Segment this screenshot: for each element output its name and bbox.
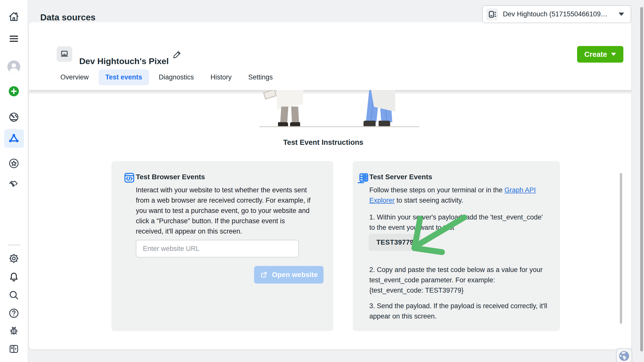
tab-overview[interactable]: Overview bbox=[60, 73, 89, 81]
chevron-down-icon bbox=[611, 53, 616, 56]
report-bug-icon[interactable] bbox=[8, 325, 19, 336]
open-website-button[interactable]: Open website bbox=[254, 266, 324, 284]
browser-card-body: Interact with your website to test wheth… bbox=[136, 185, 312, 237]
browser-card-title: Test Browser Events bbox=[136, 173, 205, 181]
website-url-input[interactable] bbox=[136, 240, 299, 257]
people-illustration bbox=[29, 90, 631, 128]
server-card-step1: 1. Within your server's payload, add the… bbox=[369, 212, 548, 233]
create-plus-icon[interactable] bbox=[8, 85, 20, 97]
browser-code-icon bbox=[123, 172, 135, 185]
content-scrollbar-thumb[interactable] bbox=[620, 173, 622, 324]
pixel-tabs: Overview Test events Diagnostics History… bbox=[60, 69, 273, 86]
chevron-down-icon bbox=[619, 13, 624, 16]
page-title: Data sources bbox=[40, 12, 96, 22]
test-event-code-badge[interactable]: TEST39779 bbox=[369, 234, 421, 251]
tab-history[interactable]: History bbox=[211, 73, 232, 81]
server-card-title: Test Server Events bbox=[369, 173, 432, 181]
business-selector-label: Dev Hightouch (5171550466109… bbox=[503, 10, 608, 18]
business-portfolio-icon bbox=[486, 8, 498, 20]
test-browser-events-card: Test Browser Events Interact with your w… bbox=[111, 161, 333, 331]
partners-handshake-icon[interactable] bbox=[8, 178, 19, 189]
create-button[interactable]: Create bbox=[577, 46, 623, 63]
overview-gauge-icon[interactable] bbox=[8, 112, 19, 123]
home-icon[interactable] bbox=[8, 11, 19, 22]
tab-test-events[interactable]: Test events bbox=[99, 69, 149, 85]
scroll-shadow bbox=[29, 90, 631, 95]
settings-gear-icon[interactable] bbox=[8, 253, 19, 264]
pixel-laptop-icon bbox=[57, 46, 72, 62]
test-server-events-card: Test Server Events Follow these steps on… bbox=[353, 161, 560, 331]
menu-icon[interactable] bbox=[8, 33, 19, 44]
sidebar-divider bbox=[8, 245, 21, 245]
events-star-icon[interactable] bbox=[8, 158, 19, 169]
business-selector-dropdown[interactable]: Dev Hightouch (5171550466109… bbox=[482, 5, 631, 23]
server-card-intro: Follow these steps on your terminal or i… bbox=[369, 185, 545, 206]
server-card-step2: 2. Copy and paste the test code below as… bbox=[369, 265, 548, 296]
collapse-panel-icon[interactable] bbox=[8, 343, 19, 354]
instructions-heading: Test Event Instructions bbox=[29, 138, 618, 147]
globe-icon bbox=[619, 350, 630, 361]
open-website-label: Open website bbox=[272, 271, 318, 279]
data-sources-icon[interactable] bbox=[8, 133, 20, 144]
help-icon[interactable] bbox=[8, 308, 19, 319]
pixel-asset-card: Dev Hightouch's Pixel Create Overview Te… bbox=[29, 22, 631, 349]
search-icon[interactable] bbox=[8, 290, 19, 301]
test-events-content: Test Event Instructions Test Browser Eve… bbox=[29, 90, 631, 349]
edit-pencil-icon[interactable] bbox=[172, 49, 182, 60]
language-globe-button[interactable] bbox=[616, 348, 632, 362]
tab-diagnostics[interactable]: Diagnostics bbox=[159, 73, 194, 81]
external-link-icon bbox=[260, 271, 268, 279]
left-navigation-rail bbox=[0, 0, 28, 362]
page-scrollbar-thumb[interactable] bbox=[640, 7, 643, 351]
server-icon bbox=[356, 172, 369, 186]
create-button-label: Create bbox=[584, 50, 607, 59]
profile-avatar[interactable] bbox=[7, 60, 21, 74]
pixel-name: Dev Hightouch's Pixel bbox=[79, 56, 169, 66]
tab-settings[interactable]: Settings bbox=[248, 73, 273, 81]
server-card-step3: 3. Send the payload. If the payload is r… bbox=[369, 301, 548, 322]
notifications-bell-icon[interactable] bbox=[8, 272, 19, 283]
